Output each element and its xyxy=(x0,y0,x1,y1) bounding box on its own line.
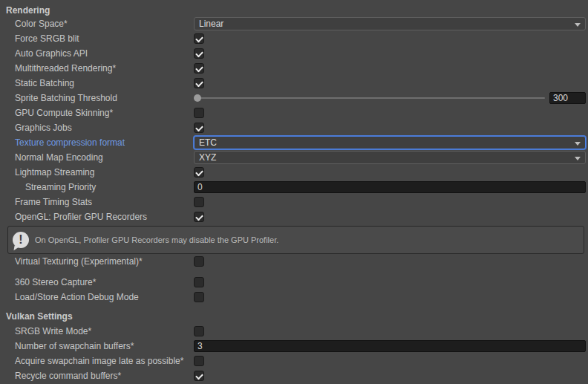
frame-timing-stats-label: Frame Timing Stats xyxy=(0,197,194,207)
row-lightmap-streaming: Lightmap Streaming xyxy=(0,165,588,180)
color-space-dropdown[interactable]: Linear xyxy=(194,17,586,30)
virtual-texturing-checkbox[interactable] xyxy=(194,256,204,267)
row-srgb-write-mode: SRGB Write Mode* xyxy=(0,324,588,339)
streaming-priority-label: Streaming Priority xyxy=(0,182,194,192)
row-number-of-swapchain-buffers: Number of swapchain buffers* 3 xyxy=(0,339,588,354)
row-force-srgb-blit: Force SRGB blit xyxy=(0,31,588,46)
row-gpu-compute-skinning: GPU Compute Skinning* xyxy=(0,105,588,120)
slider-track xyxy=(195,97,545,99)
load-store-action-debug-mode-checkbox[interactable] xyxy=(194,292,204,302)
recycle-command-buffers-checkbox[interactable] xyxy=(194,371,204,381)
360-stereo-capture-label: 360 Stereo Capture* xyxy=(0,277,194,287)
row-auto-graphics-api: Auto Graphics API xyxy=(0,46,588,61)
section-header-rendering: Rendering xyxy=(0,4,588,16)
acquire-swapchain-image-late-label: Acquire swapchain image late as possible… xyxy=(0,356,194,366)
texture-compression-format-dropdown[interactable]: ETC xyxy=(194,136,586,149)
sprite-batching-threshold-label: Sprite Batching Threshold xyxy=(0,93,194,103)
load-store-action-debug-mode-label: Load/Store Action Debug Mode xyxy=(0,292,194,302)
normal-map-encoding-label: Normal Map Encoding xyxy=(0,152,194,163)
auto-graphics-api-label: Auto Graphics API xyxy=(0,48,194,59)
normal-map-encoding-value: XYZ xyxy=(199,152,216,163)
row-streaming-priority: Streaming Priority 0 xyxy=(0,180,588,195)
row-sprite-batching-threshold: Sprite Batching Threshold 300 xyxy=(0,91,588,105)
acquire-swapchain-image-late-checkbox[interactable] xyxy=(194,356,204,366)
multithreaded-rendering-checkbox[interactable] xyxy=(194,63,204,74)
player-settings-rendering-panel: Rendering Color Space* Linear Force SRGB… xyxy=(0,0,588,384)
opengl-profiler-gpu-recorders-label: OpenGL: Profiler GPU Recorders xyxy=(0,212,194,222)
auto-graphics-api-checkbox[interactable] xyxy=(194,48,204,59)
chevron-down-icon xyxy=(575,142,581,146)
helpbox-text: On OpenGL, Profiler GPU Recorders may di… xyxy=(35,235,278,244)
row-opengl-profiler-gpu-recorders: OpenGL: Profiler GPU Recorders xyxy=(0,209,588,224)
static-batching-checkbox[interactable] xyxy=(194,78,204,88)
normal-map-encoding-dropdown[interactable]: XYZ xyxy=(194,151,586,164)
row-color-space: Color Space* Linear xyxy=(0,16,588,31)
helpbox: ! On OpenGL, Profiler GPU Recorders may … xyxy=(7,226,584,254)
row-normal-map-encoding: Normal Map Encoding XYZ xyxy=(0,150,588,165)
sprite-batching-threshold-input[interactable]: 300 xyxy=(549,92,586,104)
lightmap-streaming-label: Lightmap Streaming xyxy=(0,167,194,178)
number-of-swapchain-buffers-input[interactable]: 3 xyxy=(194,340,586,352)
virtual-texturing-label: Virtual Texturing (Experimental)* xyxy=(0,256,194,267)
color-space-value: Linear xyxy=(199,19,223,29)
row-frame-timing-stats: Frame Timing Stats xyxy=(0,195,588,209)
texture-compression-format-value: ETC xyxy=(199,137,217,148)
gpu-compute-skinning-checkbox[interactable] xyxy=(194,108,204,118)
opengl-profiler-gpu-recorders-checkbox[interactable] xyxy=(194,212,204,222)
static-batching-label: Static Batching xyxy=(0,78,194,88)
texture-compression-format-label: Texture compression format xyxy=(0,137,194,148)
row-recycle-command-buffers: Recycle command buffers* xyxy=(0,368,588,383)
row-acquire-swapchain-image-late: Acquire swapchain image late as possible… xyxy=(0,354,588,368)
gpu-compute-skinning-label: GPU Compute Skinning* xyxy=(0,108,194,118)
force-srgb-blit-checkbox[interactable] xyxy=(194,33,204,44)
frame-timing-stats-checkbox[interactable] xyxy=(194,197,204,207)
graphics-jobs-label: Graphics Jobs xyxy=(0,123,194,133)
srgb-write-mode-checkbox[interactable] xyxy=(194,326,204,336)
row-virtual-texturing: Virtual Texturing (Experimental)* xyxy=(0,254,588,269)
row-texture-compression-format: Texture compression format ETC xyxy=(0,135,588,150)
lightmap-streaming-checkbox[interactable] xyxy=(194,167,204,178)
row-graphics-jobs: Graphics Jobs xyxy=(0,120,588,135)
row-multithreaded-rendering: Multithreaded Rendering* xyxy=(0,61,588,76)
streaming-priority-input[interactable]: 0 xyxy=(194,181,586,193)
row-360-stereo-capture: 360 Stereo Capture* xyxy=(0,275,588,290)
recycle-command-buffers-label: Recycle command buffers* xyxy=(0,371,194,381)
info-icon: ! xyxy=(13,232,29,248)
section-header-vulkan-settings: Vulkan Settings xyxy=(0,310,588,322)
360-stereo-capture-checkbox[interactable] xyxy=(194,277,204,287)
force-srgb-blit-label: Force SRGB blit xyxy=(0,33,194,44)
chevron-down-icon xyxy=(575,157,581,160)
multithreaded-rendering-label: Multithreaded Rendering* xyxy=(0,63,194,74)
row-static-batching: Static Batching xyxy=(0,76,588,91)
srgb-write-mode-label: SRGB Write Mode* xyxy=(0,326,194,336)
color-space-label: Color Space* xyxy=(0,19,194,29)
sprite-batching-threshold-slider[interactable] xyxy=(194,91,545,105)
chevron-down-icon xyxy=(575,23,581,27)
slider-handle[interactable] xyxy=(194,94,201,102)
number-of-swapchain-buffers-label: Number of swapchain buffers* xyxy=(0,341,194,351)
row-load-store-action-debug-mode: Load/Store Action Debug Mode xyxy=(0,290,588,305)
graphics-jobs-checkbox[interactable] xyxy=(194,123,204,133)
